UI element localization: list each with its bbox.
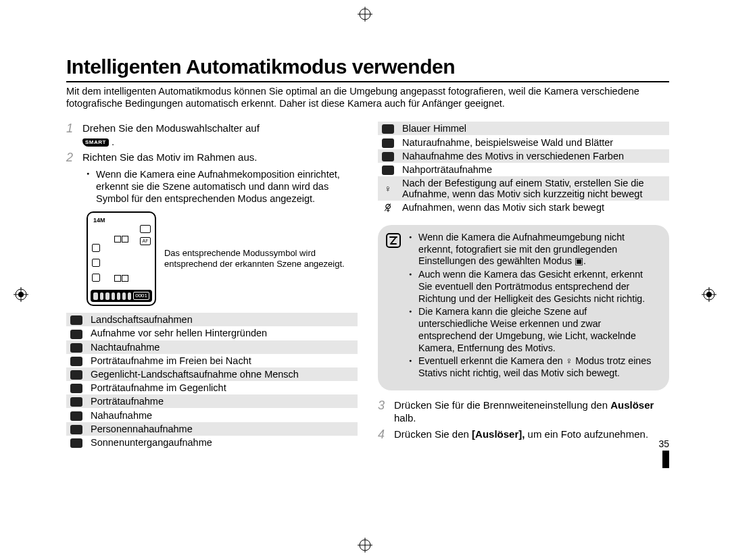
step-number: 1 xyxy=(66,122,76,148)
mode-label: Sonnenuntergangaufnahme xyxy=(87,436,358,449)
note-item: Die Kamera kann die gleiche Szene auf un… xyxy=(409,306,658,354)
lcd-footer-icon xyxy=(100,292,103,300)
lcd-footer-icon xyxy=(93,292,98,300)
mode-icon-cell xyxy=(66,340,87,354)
lcd-footer-icon xyxy=(128,292,131,300)
mode-row: Nahaufnahme des Motivs in verschiedenen … xyxy=(378,149,669,163)
mode-label: Nahaufnahme xyxy=(87,408,358,422)
mode-label: Aufnahmen, wenn das Motiv sich stark bew… xyxy=(398,201,669,214)
page-number: 35 xyxy=(658,438,669,449)
step-2-bullet: Wenn die Kamera eine Aufnahmekomposition… xyxy=(87,168,358,205)
scene-mode-icon xyxy=(382,124,394,134)
mode-label: Naturaufnahme, beispielsweise Wald und B… xyxy=(398,135,669,149)
step-number: 4 xyxy=(378,428,387,442)
step-3: 3 Drücken Sie für die Brennweiteneinstel… xyxy=(378,399,669,425)
mode-row: Naturaufnahme, beispielsweise Wald und B… xyxy=(378,135,669,149)
mode-row: Nahaufnahme xyxy=(66,408,358,422)
scene-mode-icon xyxy=(70,370,82,380)
mode-row: Nahporträtaufnahme xyxy=(378,163,669,176)
step-text: Drücken Sie den xyxy=(394,428,472,440)
scene-mode-icon xyxy=(70,384,82,393)
scene-mode-icon xyxy=(70,425,82,434)
lcd-mode-strip: 0001 xyxy=(91,290,152,302)
mode-label: Nachtaufnahme xyxy=(87,340,358,354)
step-bold: Auslöser xyxy=(610,399,654,411)
lcd-footer-icon xyxy=(117,292,120,300)
step-4: 4 Drücken Sie den [Auslöser], um ein Fot… xyxy=(378,428,669,442)
mode-label: Gegenlicht-Landschaftsaufnahme ohne Mens… xyxy=(87,367,358,381)
mode-row: Aufnahme vor sehr hellen Hintergründen xyxy=(66,326,358,340)
mode-icon-cell xyxy=(66,408,87,422)
mode-icon-cell xyxy=(378,149,398,163)
mode-row: Nachtaufnahme xyxy=(66,340,358,354)
lcd-footer-icon xyxy=(105,292,109,300)
mode-row: Personennahaufnahme xyxy=(66,422,358,436)
registration-mark-left xyxy=(14,287,28,302)
mode-icon-cell xyxy=(66,313,87,326)
mode-table-left: LandschaftsaufnahmenAufnahme vor sehr he… xyxy=(66,313,358,449)
mode-row: Gegenlicht-Landschaftsaufnahme ohne Mens… xyxy=(66,367,358,381)
scene-mode-icon xyxy=(70,357,82,366)
focus-corner-icon xyxy=(114,236,121,243)
mode-label: Porträtaufnahme im Freien bei Nacht xyxy=(87,354,358,367)
mode-icon-cell xyxy=(66,367,87,381)
scene-mode-icon xyxy=(70,315,82,325)
mode-icon-cell xyxy=(66,394,87,408)
step-text: Drücken Sie für die Brennweiteneinstellu… xyxy=(394,399,610,411)
note-icon xyxy=(386,233,401,248)
scene-mode-icon xyxy=(70,438,82,448)
step-text: Drehen Sie den Moduswahlschalter auf xyxy=(82,122,260,134)
step-text: Richten Sie das Motiv im Rahmen aus. xyxy=(82,151,257,166)
mode-icon-cell xyxy=(66,326,87,340)
mode-label: Blauer Himmel xyxy=(398,122,669,135)
camera-lcd-illustration: 14M AF xyxy=(87,211,156,306)
step-2: 2 Richten Sie das Motiv im Rahmen aus. xyxy=(66,151,358,166)
mode-table-right: Blauer HimmelNaturaufnahme, beispielswei… xyxy=(378,122,669,214)
mode-row: Sonnenuntergangaufnahme xyxy=(66,436,358,449)
lcd-resolution: 14M xyxy=(93,217,105,224)
page-content: Intelligenten Automatikmodus verwenden M… xyxy=(66,55,669,449)
lcd-left-icon xyxy=(92,244,100,252)
focus-corner-icon xyxy=(114,275,121,282)
lcd-footer-icon xyxy=(122,292,126,300)
page-footer: 35 xyxy=(658,438,669,468)
mode-icon-cell xyxy=(66,422,87,436)
scene-mode-icon xyxy=(70,343,82,353)
lcd-illustration-row: 14M AF xyxy=(87,211,358,306)
page-marker-bar xyxy=(662,451,669,468)
left-column: 1 Drehen Sie den Moduswahlschalter auf S… xyxy=(66,122,358,449)
mode-icon-cell: ♀ xyxy=(378,176,398,201)
registration-mark-top xyxy=(358,7,372,22)
step-text: halb. xyxy=(394,412,416,424)
right-column: Blauer HimmelNaturaufnahme, beispielswei… xyxy=(378,122,669,449)
page-title: Intelligenten Automatikmodus verwenden xyxy=(66,55,669,82)
mode-label: Nach der Befestigung auf einem Stativ, e… xyxy=(398,176,669,201)
intro-text: Mit dem intelligenten Automatikmodus kön… xyxy=(66,85,669,109)
scene-mode-icon xyxy=(382,152,394,161)
step-2-bullets: Wenn die Kamera eine Aufnahmekomposition… xyxy=(87,168,358,205)
scene-mode-icon xyxy=(382,166,394,175)
registration-mark-bottom xyxy=(358,538,372,553)
mode-label: Porträtaufnahme xyxy=(87,394,358,408)
mode-label: Nahaufnahme des Motivs in verschiedenen … xyxy=(398,149,669,163)
lcd-indicator-icon xyxy=(140,225,151,233)
mode-label: Porträtaufnahme im Gegenlicht xyxy=(87,381,358,394)
mode-row: Blauer Himmel xyxy=(378,122,669,135)
mode-label: Landschaftsaufnahmen xyxy=(87,313,358,326)
step-text: um ein Foto aufzunehmen. xyxy=(525,428,648,440)
mode-label: Nahporträtaufnahme xyxy=(398,163,669,176)
step-bold: [Auslöser], xyxy=(472,428,525,440)
mode-icon-cell: ♀̸ xyxy=(378,201,398,214)
step-1: 1 Drehen Sie den Moduswahlschalter auf S… xyxy=(66,122,358,148)
note-item: Wenn die Kamera die Aufnahmeumgebung nic… xyxy=(409,232,658,268)
scene-mode-icon xyxy=(70,411,82,421)
mode-label: Personennahaufnahme xyxy=(87,422,358,436)
scene-mode-icon xyxy=(70,330,82,339)
lcd-left-icon xyxy=(92,259,100,267)
note-item: Eventuell erkennt die Kamera den ♀ Modus… xyxy=(409,355,658,380)
focus-corner-icon xyxy=(122,236,128,243)
scene-mode-icon xyxy=(382,138,394,148)
mode-icon-cell xyxy=(66,354,87,367)
mode-icon-cell xyxy=(378,135,398,149)
mode-icon-cell xyxy=(66,381,87,394)
